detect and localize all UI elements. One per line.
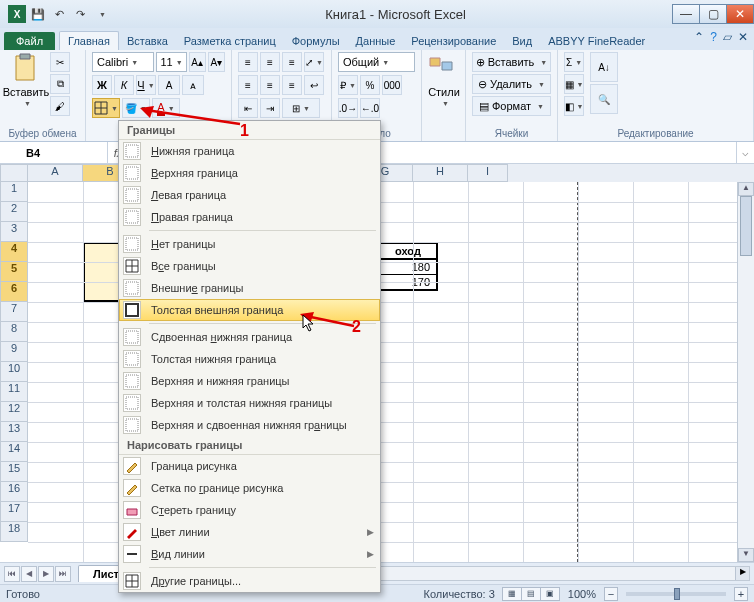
underline-icon[interactable]: Ч▼ [136,75,156,95]
font-name-select[interactable]: Calibri▼ [92,52,154,72]
merge-icon[interactable]: ⊞▼ [282,98,320,118]
sheet-nav-first-icon[interactable]: ⏮ [4,566,20,582]
align-bottom-icon[interactable]: ≡ [282,52,302,72]
row-header[interactable]: 4 [0,242,28,262]
dropdown-item[interactable]: Другие границы... [119,570,380,592]
dropdown-item[interactable]: Все границы [119,255,380,277]
find-select-icon[interactable]: 🔍 [590,84,618,114]
decrease-decimal-icon[interactable]: ←.0 [360,98,380,118]
dropdown-item[interactable]: Толстая внешняя граница [119,299,380,321]
tab-formulas[interactable]: Формулы [284,32,348,50]
dropdown-item[interactable]: Нижняя граница [119,140,380,162]
insert-cells-button[interactable]: ⊕Вставить▼ [472,52,551,72]
sort-filter-icon[interactable]: A↓ [590,52,618,82]
format-painter-icon[interactable]: 🖌 [50,96,70,116]
increase-indent-icon[interactable]: ⇥ [260,98,280,118]
dropdown-item[interactable]: Сдвоенная нижняя граница [119,326,380,348]
row-header[interactable]: 13 [0,422,28,442]
increase-font-icon[interactable]: A [158,75,180,95]
format-cells-button[interactable]: ▤Формат▼ [472,96,551,116]
view-normal-icon[interactable]: ▦ [502,587,522,601]
row-header[interactable]: 11 [0,382,28,402]
close-button[interactable]: ✕ [726,4,754,24]
align-right-icon[interactable]: ≡ [282,75,302,95]
col-header[interactable]: A [28,164,83,182]
row-header[interactable]: 6 [0,282,28,302]
qat-customize-icon[interactable]: ▼ [92,5,110,23]
maximize-button[interactable]: ▢ [699,4,727,24]
row-header[interactable]: 15 [0,462,28,482]
minimize-button[interactable]: — [672,4,700,24]
name-box[interactable]: B4 [0,142,108,163]
dropdown-item[interactable]: Сетка по границе рисунка [119,477,380,499]
dropdown-item[interactable]: Цвет линии▶ [119,521,380,543]
row-header[interactable]: 7 [0,302,28,322]
align-top-icon[interactable]: ≡ [238,52,258,72]
dropdown-item[interactable]: Верхняя граница [119,162,380,184]
orientation-icon[interactable]: ⤢▼ [304,52,324,72]
fill-color-icon[interactable]: 🪣▼ [122,98,150,118]
row-header[interactable]: 8 [0,322,28,342]
zoom-in-button[interactable]: + [734,587,748,601]
dropdown-item[interactable]: Верхняя и нижняя границы [119,370,380,392]
row-header[interactable]: 12 [0,402,28,422]
align-left-icon[interactable]: ≡ [238,75,258,95]
view-pagebreak-icon[interactable]: ▣ [540,587,560,601]
scrollbar-thumb[interactable] [740,196,752,256]
row-header[interactable]: 1 [0,182,28,202]
cut-icon[interactable]: ✂ [50,52,70,72]
tab-abbyy[interactable]: ABBYY FineReader [540,32,653,50]
decrease-font-icon[interactable]: ᴀ [182,75,204,95]
shrink-font-icon[interactable]: A▾ [208,52,225,72]
save-icon[interactable]: 💾 [29,5,47,23]
zoom-slider[interactable] [626,592,726,596]
help-icon[interactable]: ? [710,30,717,44]
styles-button[interactable]: Стили ▼ [428,52,460,138]
fill-icon[interactable]: ▦▼ [564,74,584,94]
view-pagelayout-icon[interactable]: ▤ [521,587,541,601]
row-header[interactable]: 18 [0,522,28,542]
file-tab[interactable]: Файл [4,32,55,50]
dropdown-item[interactable]: Верхняя и сдвоенная нижняя границы [119,414,380,436]
tab-insert[interactable]: Вставка [119,32,176,50]
copy-icon[interactable]: ⧉ [50,74,70,94]
row-header[interactable]: 14 [0,442,28,462]
zoom-thumb[interactable] [674,588,680,600]
borders-button[interactable]: ▼ [92,98,120,118]
font-color-icon[interactable]: A▼ [152,98,180,118]
redo-icon[interactable]: ↷ [71,5,89,23]
scroll-down-icon[interactable]: ▼ [738,548,754,562]
decrease-indent-icon[interactable]: ⇤ [238,98,258,118]
font-size-select[interactable]: 11▼ [156,52,186,72]
row-header[interactable]: 17 [0,502,28,522]
inner-close-icon[interactable]: ✕ [738,30,748,44]
scroll-up-icon[interactable]: ▲ [738,182,754,196]
paste-button[interactable]: Вставить ▼ [6,52,46,127]
scroll-right-icon[interactable]: ▶ [735,567,749,580]
row-header[interactable]: 2 [0,202,28,222]
row-header[interactable]: 10 [0,362,28,382]
row-header[interactable]: 5 [0,262,28,282]
dropdown-item[interactable]: Внешние границы [119,277,380,299]
row-header[interactable]: 16 [0,482,28,502]
dropdown-item[interactable]: Толстая нижняя граница [119,348,380,370]
percent-icon[interactable]: % [360,75,380,95]
expand-formula-bar-icon[interactable]: ⌵ [736,142,754,163]
wrap-text-icon[interactable]: ↩ [304,75,324,95]
increase-decimal-icon[interactable]: .0→ [338,98,358,118]
delete-cells-button[interactable]: ⊖Удалить▼ [472,74,551,94]
autosum-icon[interactable]: Σ▼ [564,52,584,72]
sheet-nav-prev-icon[interactable]: ◀ [21,566,37,582]
dropdown-item[interactable]: Правая граница [119,206,380,228]
row-header[interactable]: 9 [0,342,28,362]
comma-icon[interactable]: 000 [382,75,402,95]
number-format-select[interactable]: Общий▼ [338,52,415,72]
undo-icon[interactable]: ↶ [50,5,68,23]
tab-review[interactable]: Рецензирование [403,32,504,50]
bold-icon[interactable]: Ж [92,75,112,95]
tab-data[interactable]: Данные [348,32,404,50]
zoom-out-button[interactable]: − [604,587,618,601]
minimize-ribbon-icon[interactable]: ⌃ [694,30,704,44]
dropdown-item[interactable]: Вид линии▶ [119,543,380,565]
select-all-corner[interactable] [0,164,28,182]
